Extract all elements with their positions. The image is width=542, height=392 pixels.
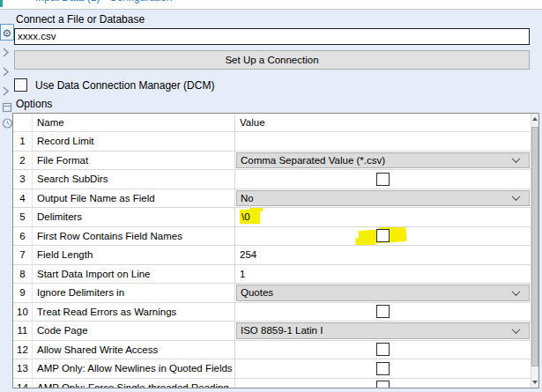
clipped-panel-title: Input Data (1) - Configuration — [35, 0, 172, 4]
option-row-6: 6First Row Contains Field Names — [13, 227, 531, 247]
option-name: Ignore Delimiters in — [33, 284, 235, 302]
grid-header-row: Name Value — [13, 114, 531, 132]
ignore-delimiters-in-dropdown[interactable]: Quotes — [236, 285, 530, 301]
option-row-11: 11Code PageISO 8859-1 Latin I — [13, 322, 531, 341]
gear-icon[interactable]: ⚙ — [0, 24, 14, 41]
row-number: 7 — [13, 246, 33, 264]
row-number: 9 — [13, 284, 33, 302]
option-row-14: 14AMP Only: Force Single-threaded Readin… — [13, 379, 531, 389]
chevron-right-icon[interactable] — [2, 85, 10, 97]
option-name: Output File Name as Field — [33, 189, 235, 208]
scroll-down-arrow-icon[interactable] — [532, 381, 538, 384]
row-number: 11 — [13, 322, 33, 340]
row-number: 10 — [13, 303, 33, 322]
option-name: First Row Contains Field Names — [33, 227, 235, 246]
option-value[interactable]: 1 — [240, 265, 245, 283]
row-number: 14 — [13, 379, 33, 389]
row-number: 4 — [13, 189, 33, 208]
option-row-13: 13AMP Only: Allow Newlines in Quoted Fie… — [13, 359, 531, 379]
row-number: 5 — [13, 208, 33, 226]
dcm-option-row: Use Data Connection Manager (DCM) — [14, 78, 214, 92]
option-row-7: 7Field Length254 — [13, 246, 531, 265]
row-number: 12 — [13, 341, 33, 359]
row-number: 8 — [13, 265, 33, 284]
row-number: 2 — [13, 152, 33, 170]
allow-shared-write-access-checkbox[interactable] — [376, 343, 390, 356]
chevron-down-icon — [512, 325, 521, 334]
header-number-cell — [13, 114, 33, 131]
option-name: Record Limit — [33, 132, 235, 151]
option-row-8: 8Start Data Import on Line1 — [13, 265, 531, 285]
row-number: 6 — [13, 227, 33, 246]
clipped-tool-fragment — [0, 0, 3, 7]
option-name: Allow Shared Write Access — [33, 341, 235, 359]
option-name: AMP Only: Allow Newlines in Quoted Field… — [33, 359, 235, 378]
option-row-4: 4Output File Name as FieldNo — [13, 189, 531, 209]
row-number: 1 — [13, 132, 33, 151]
row-number: 13 — [13, 359, 33, 378]
code-page-dropdown[interactable]: ISO 8859-1 Latin I — [236, 322, 530, 339]
option-row-9: 9Ignore Delimiters inQuotes — [13, 284, 531, 303]
dropdown-selected-value: No — [237, 191, 254, 205]
scrollbar-thumb[interactable] — [531, 127, 538, 366]
file-format-dropdown[interactable]: Comma Separated Value (*.csv) — [236, 152, 530, 169]
option-row-10: 10Treat Read Errors as Warnings — [13, 303, 531, 322]
option-value[interactable]: 254 — [240, 246, 256, 263]
package-icon[interactable] — [2, 101, 12, 113]
chevron-right-icon[interactable] — [2, 66, 10, 78]
option-name: Field Length — [33, 246, 235, 264]
option-name: Treat Read Errors as Warnings — [33, 303, 235, 322]
clipped-window-top: Input Data (1) - Configuration — [0, 0, 542, 10]
connect-section-label: Connect a File or Database — [16, 13, 145, 26]
option-row-12: 12Allow Shared Write Access — [13, 341, 531, 360]
options-grid: Name Value 1Record Limit2File FormatComm… — [12, 113, 539, 388]
dropdown-selected-value: Comma Separated Value (*.csv) — [237, 153, 385, 167]
input-data-configuration-panel: Input Data (1) - Configuration ⚙ Connect… — [0, 0, 542, 392]
chevron-down-icon — [512, 192, 521, 201]
file-path-value: xxxx.csv — [18, 31, 56, 41]
option-name: File Format — [33, 152, 235, 170]
chevron-down-icon — [512, 287, 521, 296]
amp-only-force-single-threaded-reading-checkbox[interactable] — [376, 381, 390, 388]
option-row-2: 2File FormatComma Separated Value (*.csv… — [13, 152, 531, 171]
option-row-1: 1Record Limit — [13, 132, 531, 152]
dcm-label: Use Data Connection Manager (DCM) — [35, 79, 214, 92]
first-row-contains-field-names-checkbox[interactable] — [376, 229, 390, 242]
option-value[interactable]: \0 — [240, 210, 260, 224]
treat-read-errors-as-warnings-checkbox[interactable] — [376, 305, 390, 318]
setup-connection-button[interactable]: Set Up a Connection — [14, 50, 530, 70]
option-row-3: 3Search SubDirs — [13, 170, 531, 189]
header-value-cell: Value — [240, 114, 265, 131]
option-name: Search SubDirs — [33, 170, 235, 189]
search-subdirs-checkbox[interactable] — [376, 173, 390, 186]
row-number: 3 — [13, 170, 33, 189]
chevron-down-icon — [512, 154, 521, 163]
output-file-name-as-field-dropdown[interactable]: No — [236, 190, 530, 207]
amp-only-allow-newlines-in-quoted-fields-checkbox[interactable] — [376, 362, 390, 375]
dcm-checkbox[interactable] — [14, 78, 27, 92]
file-path-input[interactable]: xxxx.csv — [14, 28, 530, 45]
chevron-right-icon[interactable] — [2, 47, 10, 58]
dropdown-selected-value: Quotes — [237, 285, 273, 300]
option-name: AMP Only: Force Single-threaded Reading — [33, 379, 235, 389]
scroll-up-arrow-icon[interactable] — [532, 117, 538, 121]
option-name: Delimiters — [33, 208, 235, 226]
grid-vertical-scrollbar[interactable] — [531, 114, 538, 388]
options-section-label: Options — [16, 98, 52, 110]
option-name: Code Page — [33, 322, 235, 340]
header-name-cell: Name — [33, 114, 235, 131]
option-name: Start Data Import on Line — [33, 265, 235, 284]
option-row-5: 5Delimiters\0 — [13, 208, 531, 227]
dropdown-selected-value: ISO 8859-1 Latin I — [237, 323, 323, 337]
